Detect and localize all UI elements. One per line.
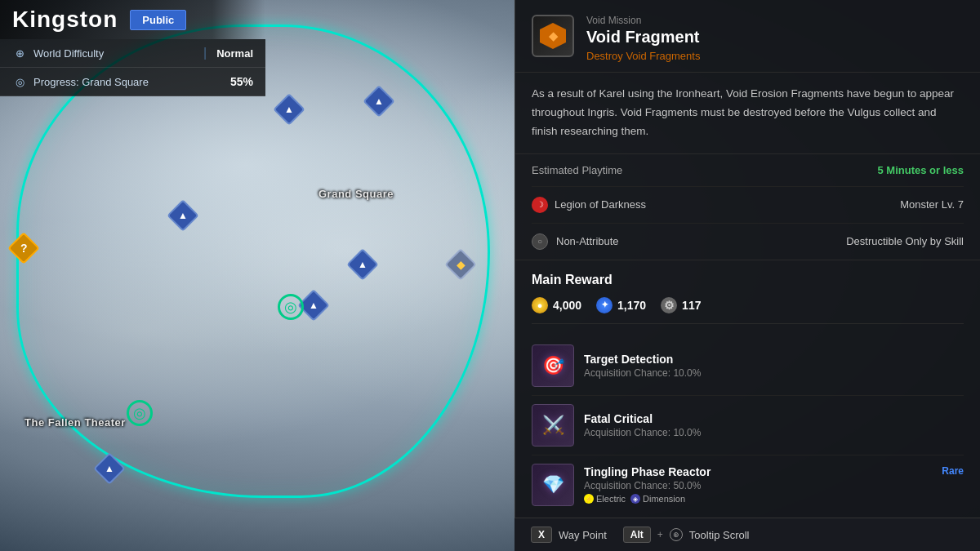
rewards-section: Main Reward ● 4,000 ✦ 1,170 ⚙ 117 🎯 Targ… [515,260,980,527]
faction-level: Monster Lv. 7 [900,198,964,211]
waypoint-key[interactable]: X [531,527,552,543]
reward-name-2: Tingling Phase Reactor [584,465,932,478]
visibility-badge[interactable]: Public [130,10,186,30]
mission-stats: Estimated Playtime 5 Minutes or less ☽ L… [515,154,980,260]
grand-square-label: Grand Square [318,188,394,200]
gear-value: 117 [682,299,701,312]
reward-item: 💎 Tingling Phase Reactor Acquisition Cha… [532,455,964,514]
reward-name-1: Fatal Critical [584,412,964,425]
world-difficulty-value: Normal [216,47,253,60]
reward-rarity: Rare [942,464,964,477]
mission-description: As a result of Karel using the Ironheart… [515,73,980,154]
gold-item: ● 4,000 [532,297,581,313]
reward-icon-inner-0: 🎯 [542,355,564,376]
attribute-desc: Destructible Only by Skill [846,235,964,247]
reward-chance-1: Acquisition Chance: 10.0% [584,427,964,438]
reward-info-0: Target Detection Acquisition Chance: 10.… [584,353,964,379]
mission-subtitle: Destroy Void Fragments [586,50,964,62]
scroll-icon: ⊕ [670,528,683,541]
mission-panel: ◆ Void Mission Void Fragment Destroy Voi… [514,0,980,551]
stats-panel: ⊕ World Difficulty | Normal ◎ Progress: … [0,39,265,96]
reward-icon-2: 💎 [532,464,574,506]
playtime-value: 5 Minutes or less [878,164,964,176]
playtime-row: Estimated Playtime 5 Minutes or less [532,154,964,187]
attribute-info: ○ Non-Attribute [532,233,619,250]
world-icon: ⊕ [12,46,27,60]
plus-sign: + [657,529,663,540]
blue-icon: ✦ [596,297,612,313]
mission-icon-shape: ◆ [540,23,566,49]
playtime-label: Estimated Playtime [532,164,622,176]
map-marker-circle-2[interactable] [127,400,153,426]
progress-value: 55% [230,75,253,88]
blue-value: 1,170 [617,299,646,312]
attribute-name: Non-Attribute [556,235,619,247]
mission-header: ◆ Void Mission Void Fragment Destroy Voi… [515,0,980,73]
bottom-hotkey-bar: X Way Point Alt + ⊕ Tooltip Scroll [514,518,980,551]
faction-icon: ☽ [532,197,548,213]
faction-name: Legion of Darkness [555,198,646,211]
reward-info-2: Tingling Phase Reactor Acquisition Chanc… [584,465,932,504]
mission-title-block: Void Mission Void Fragment Destroy Void … [586,15,964,62]
location-title-bar: Kingston Public [0,0,265,39]
gold-icon: ● [532,297,548,313]
gear-item: ⚙ 117 [661,297,701,313]
progress-icon: ◎ [12,74,27,89]
reward-item: 🎯 Target Detection Acquisition Chance: 1… [532,336,964,396]
currency-row: ● 4,000 ✦ 1,170 ⚙ 117 [532,297,964,324]
attribute-row: ○ Non-Attribute Destructible Only by Ski… [532,224,964,260]
reward-icon-0: 🎯 [532,344,574,387]
location-name: Kingston [12,7,118,33]
world-difficulty-label: World Difficulty [33,47,194,60]
map-marker-circle-1[interactable] [278,294,304,320]
progress-row: ◎ Progress: Grand Square 55% [0,68,265,96]
world-difficulty-row: ⊕ World Difficulty | Normal [0,39,265,68]
reward-icon-1: ⚔️ [532,404,574,447]
reward-icon-inner-2: 💎 [542,474,564,495]
gear-icon: ⚙ [661,297,677,313]
reward-chance-2: Acquisition Chance: 50.0% [584,480,932,491]
blue-currency-item: ✦ 1,170 [596,297,646,313]
gold-value: 4,000 [553,299,581,312]
faction-row: ☽ Legion of Darkness Monster Lv. 7 [532,187,964,224]
reward-item: ⚔️ Fatal Critical Acquisition Chance: 10… [532,396,964,455]
progress-label: Progress: Grand Square [33,76,224,88]
waypoint-hotkey: X Way Point [531,527,607,543]
alt-key[interactable]: Alt [623,527,651,543]
tooltip-scroll-label: Tooltip Scroll [689,529,750,541]
reward-chance-0: Acquisition Chance: 10.0% [584,367,964,379]
reward-icon-inner-1: ⚔️ [542,415,564,436]
reward-name-0: Target Detection [584,353,964,366]
mission-name: Void Fragment [586,28,964,47]
reward-items-container: 🎯 Target Detection Acquisition Chance: 1… [532,336,964,514]
mission-type: Void Mission [586,15,964,26]
attribute-icon: ○ [532,233,548,250]
mission-icon: ◆ [532,15,574,57]
reward-info-1: Fatal Critical Acquisition Chance: 10.0% [584,412,964,438]
ui-top-left: Kingston Public ⊕ World Difficulty | Nor… [0,0,265,96]
rewards-title: Main Reward [532,273,964,287]
faction-info: ☽ Legion of Darkness [532,197,646,213]
fallen-theater-label: The Fallen Theater [24,416,126,429]
tooltip-scroll-hotkey: Alt + ⊕ Tooltip Scroll [623,527,750,543]
stat-divider-1: | [203,46,207,60]
waypoint-label: Way Point [559,529,607,541]
